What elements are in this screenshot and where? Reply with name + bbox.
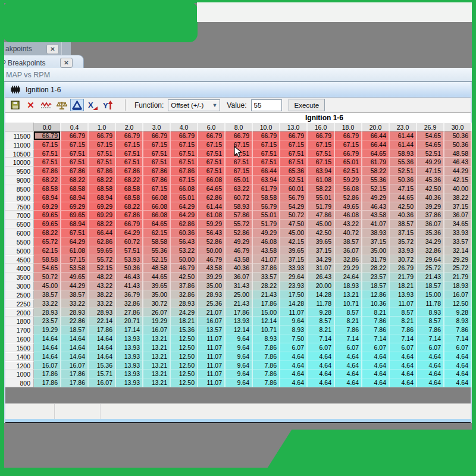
table-cell[interactable]: 52.86: [226, 228, 253, 237]
table-cell[interactable]: 7.86: [253, 361, 280, 370]
delete-button[interactable]: ✕: [24, 99, 37, 111]
table-cell[interactable]: 8.93: [444, 317, 472, 325]
table-cell[interactable]: 21.43: [417, 273, 444, 281]
table-cell[interactable]: 23.93: [280, 281, 308, 290]
table-cell[interactable]: 67.51: [61, 158, 89, 167]
table-cell[interactable]: 25.72: [417, 264, 444, 273]
table-cell[interactable]: 58.93: [390, 149, 417, 158]
table-cell[interactable]: 11.07: [198, 352, 226, 361]
table-cell[interactable]: 66.79: [171, 131, 198, 140]
table-cell[interactable]: 11.78: [308, 299, 335, 308]
table-cell[interactable]: 47.15: [417, 167, 444, 176]
table-cell[interactable]: 57.51: [116, 246, 143, 255]
table-cell[interactable]: 13.93: [116, 343, 143, 352]
row-header[interactable]: 7500: [5, 202, 34, 211]
table-cell[interactable]: 22.14: [89, 317, 116, 325]
table-cell[interactable]: 46.79: [198, 255, 226, 264]
table-cell[interactable]: 32.86: [171, 290, 198, 299]
table-cell[interactable]: 42.50: [308, 228, 335, 237]
table-cell[interactable]: 33.22: [89, 299, 116, 308]
table-cell[interactable]: 68.22: [89, 220, 116, 228]
table-cell[interactable]: 13.21: [143, 378, 171, 387]
row-header[interactable]: 2500: [5, 290, 34, 299]
col-header[interactable]: 23.0: [390, 123, 417, 131]
table-cell[interactable]: 40.36: [390, 211, 417, 220]
table-cell[interactable]: 69.29: [89, 202, 116, 211]
table-cell[interactable]: 45.36: [417, 176, 444, 184]
row-header[interactable]: 8500: [5, 184, 34, 193]
table-cell[interactable]: 67.51: [143, 149, 171, 158]
table-cell[interactable]: 9.64: [226, 378, 253, 387]
table-cell[interactable]: 8.57: [308, 317, 335, 325]
table-cell[interactable]: 40.36: [226, 264, 253, 273]
table-cell[interactable]: 69.29: [89, 211, 116, 220]
table-cell[interactable]: 45.00: [308, 220, 335, 228]
table-cell[interactable]: 17.86: [34, 378, 61, 387]
execute-button[interactable]: Execute: [289, 99, 325, 111]
table-cell[interactable]: 39.29: [417, 202, 444, 211]
close-icon[interactable]: ✕: [60, 58, 73, 68]
table-cell[interactable]: 60.72: [116, 237, 143, 246]
table-cell[interactable]: 52.86: [335, 193, 362, 202]
table-cell[interactable]: 69.65: [61, 211, 89, 220]
table-cell[interactable]: 67.51: [116, 158, 143, 167]
table-cell[interactable]: 4.64: [308, 369, 335, 378]
table-cell[interactable]: 68.22: [61, 176, 89, 184]
table-cell[interactable]: 48.22: [89, 273, 116, 281]
table-cell[interactable]: 7.86: [253, 369, 280, 378]
table-cell[interactable]: 39.65: [143, 281, 171, 290]
table-cell[interactable]: 13.57: [198, 325, 226, 334]
table-cell[interactable]: 49.29: [362, 193, 390, 202]
col-header[interactable]: 0.4: [61, 123, 89, 131]
row-header[interactable]: 1200: [5, 361, 34, 370]
table-cell[interactable]: 46.08: [335, 211, 362, 220]
row-header[interactable]: 5500: [5, 237, 34, 246]
table-cell[interactable]: 13.93: [226, 317, 253, 325]
table-cell[interactable]: 66.79: [253, 131, 280, 140]
col-header[interactable]: 16.0: [308, 123, 335, 131]
table-cell[interactable]: 16.07: [198, 317, 226, 325]
table-cell[interactable]: 66.79: [335, 149, 362, 158]
table-cell[interactable]: 6.07: [308, 343, 335, 352]
row-header[interactable]: 10500: [5, 149, 34, 158]
table-cell[interactable]: 36.07: [417, 220, 444, 228]
table-cell[interactable]: 51.79: [308, 202, 335, 211]
table-cell[interactable]: 52.15: [143, 255, 171, 264]
col-header[interactable]: 2.0: [116, 123, 143, 131]
table-cell[interactable]: 18.57: [417, 281, 444, 290]
table-cell[interactable]: 67.15: [116, 140, 143, 149]
table-cell[interactable]: 42.50: [171, 273, 198, 281]
table-cell[interactable]: 4.64: [308, 352, 335, 361]
table-cell[interactable]: 65.01: [335, 158, 362, 167]
row-header[interactable]: 6000: [5, 228, 34, 237]
row-header[interactable]: 2000: [5, 308, 34, 317]
table-cell[interactable]: 67.51: [61, 228, 89, 237]
table-cell[interactable]: 22.86: [61, 317, 89, 325]
row-header[interactable]: 11500: [5, 131, 34, 140]
table-cell[interactable]: 7.86: [253, 352, 280, 361]
table-cell[interactable]: 66.79: [116, 131, 143, 140]
table-cell[interactable]: 41.07: [253, 255, 280, 264]
row-header[interactable]: 800: [5, 378, 34, 387]
table-cell[interactable]: 67.86: [171, 167, 198, 176]
table-cell[interactable]: 58.58: [143, 237, 171, 246]
table-cell[interactable]: 47.86: [308, 211, 335, 220]
table-cell[interactable]: 36.07: [444, 211, 472, 220]
table-cell[interactable]: 43.22: [89, 281, 116, 290]
table-cell[interactable]: 46.43: [116, 273, 143, 281]
table-cell[interactable]: 7.14: [308, 334, 335, 343]
table-cell[interactable]: 63.94: [308, 167, 335, 176]
table-cell[interactable]: 29.64: [280, 273, 308, 281]
table-cell[interactable]: 47.50: [280, 220, 308, 228]
table-cell[interactable]: 8.21: [335, 317, 362, 325]
table-cell[interactable]: 12.50: [171, 369, 198, 378]
table-cell[interactable]: 18.57: [362, 281, 390, 290]
table-cell[interactable]: 53.22: [171, 246, 198, 255]
table-cell[interactable]: 4.64: [417, 378, 444, 387]
table-cell[interactable]: 56.79: [253, 202, 280, 211]
table-cell[interactable]: 67.86: [143, 167, 171, 176]
table-cell[interactable]: 12.50: [171, 352, 198, 361]
table-cell[interactable]: 63.22: [226, 184, 253, 193]
table-cell[interactable]: 67.15: [198, 140, 226, 149]
table-cell[interactable]: 38.57: [61, 290, 89, 299]
